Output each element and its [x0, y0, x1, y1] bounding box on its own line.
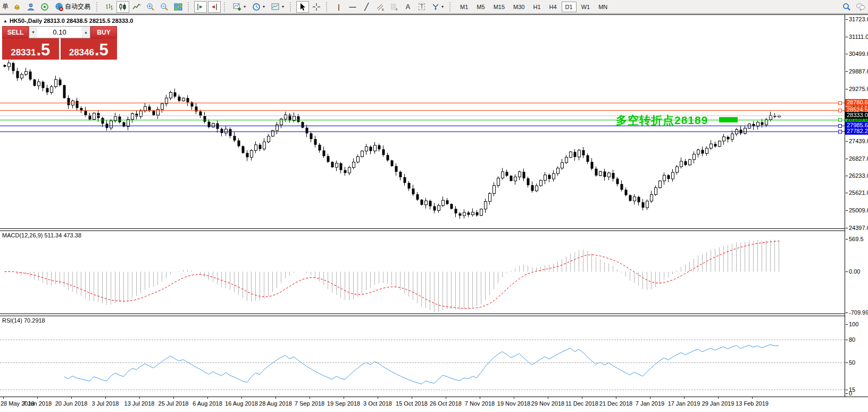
- candlestick-canvas[interactable]: [0, 15, 845, 228]
- time-axis-label: 20 Jun 2018: [55, 400, 88, 407]
- time-axis-label: 26 Oct 2018: [430, 400, 462, 407]
- collapse-triangle-icon[interactable]: ▲: [3, 19, 7, 23]
- line-handle[interactable]: [838, 130, 842, 134]
- volume-input[interactable]: [37, 27, 82, 38]
- signals-icon[interactable]: [38, 1, 51, 13]
- volume-down-button[interactable]: ▼: [29, 27, 37, 38]
- tab-timeframe-m5[interactable]: M5: [473, 2, 488, 12]
- tab-timeframe-h4[interactable]: H4: [546, 2, 561, 12]
- main-price-pane[interactable]: ▲HK50-,Daily 28313.0 28438.5 28215.5 283…: [0, 15, 845, 228]
- vertical-line-tool-icon[interactable]: |: [332, 1, 345, 13]
- time-axis-tick: [37, 397, 38, 399]
- price-axis[interactable]: 31723.031111.030499.029887.029275.028663…: [845, 15, 868, 397]
- rsi-canvas[interactable]: [0, 316, 845, 397]
- chart-title: ▲HK50-,Daily 28313.0 28438.5 28215.5 283…: [3, 18, 133, 24]
- pivot-annotation-text[interactable]: 多空转折点28189: [616, 113, 708, 128]
- tab-timeframe-mn[interactable]: MN: [595, 2, 611, 12]
- time-axis-label: 7 Sep 2018: [295, 400, 324, 407]
- horizontal-level-line[interactable]: [0, 120, 845, 120]
- price-tick: 25009.0: [849, 207, 868, 213]
- text-tool-icon[interactable]: A: [402, 1, 414, 13]
- sell-price-base: 28331: [11, 48, 36, 57]
- trendline-tool-icon[interactable]: ╱: [360, 1, 373, 13]
- time-axis-label: 7 Jan 2019: [636, 400, 664, 407]
- buy-button[interactable]: BUY: [90, 26, 117, 38]
- tab-timeframe-m30[interactable]: M30: [510, 2, 528, 12]
- tab-timeframe-h1[interactable]: H1: [529, 2, 544, 12]
- indicators-button[interactable]: ▾: [230, 1, 248, 13]
- line-handle[interactable]: [838, 101, 842, 105]
- arrows-tool-icon[interactable]: ▾: [429, 1, 446, 13]
- tab-timeframe-m1[interactable]: M1: [456, 2, 472, 12]
- toolbar-grip: [224, 2, 227, 12]
- horizontal-level-line[interactable]: [0, 131, 845, 132]
- time-axis-tick: [310, 397, 310, 399]
- line-handle[interactable]: [838, 124, 842, 128]
- zoom-in-icon[interactable]: [144, 1, 157, 13]
- price-tag: 28780.6: [845, 99, 868, 106]
- time-axis-tick: [241, 397, 242, 399]
- chart-shift-icon[interactable]: [194, 1, 207, 13]
- chevron-down-icon: ▾: [244, 4, 246, 9]
- tab-timeframe-m15[interactable]: M15: [490, 2, 508, 12]
- line-handle[interactable]: [838, 109, 842, 112]
- rsi-pane[interactable]: RSI(14) 70.2918: [0, 316, 845, 397]
- periods-button[interactable]: ▾: [249, 1, 268, 13]
- line-handle[interactable]: [838, 118, 842, 122]
- cursor-icon[interactable]: [296, 1, 309, 13]
- ohlc-low: 28215.5: [89, 18, 111, 24]
- bar-chart-icon[interactable]: [103, 1, 115, 13]
- buy-price-button[interactable]: 28346 .5: [61, 38, 118, 60]
- chevron-down-icon: ▾: [263, 4, 265, 9]
- time-axis-label: 29 Jan 2019: [702, 400, 735, 407]
- price-tick: 0: [849, 390, 852, 397]
- profile-icon[interactable]: [24, 1, 37, 13]
- rsi-value: 70.2918: [24, 317, 45, 324]
- time-axis-tick: [616, 397, 616, 399]
- rsi-level-line-15: [0, 390, 845, 390]
- auto-scroll-icon[interactable]: [208, 1, 221, 13]
- time-axis-label: 3 Oct 2018: [363, 400, 392, 407]
- macd-pane[interactable]: MACD(12,26,9) 511.34 473.38: [0, 230, 845, 314]
- macd-value-1: 511.34: [44, 232, 62, 238]
- chevron-down-icon: ▾: [282, 4, 284, 9]
- horizontal-level-line[interactable]: [0, 103, 845, 103]
- crosshair-icon[interactable]: [310, 1, 323, 13]
- tab-timeframe-d1[interactable]: D1: [562, 2, 577, 12]
- time-axis-tick: [718, 397, 719, 399]
- tile-windows-icon[interactable]: [172, 1, 185, 13]
- horizontal-level-line[interactable]: [0, 110, 845, 111]
- chat-icon[interactable]: [854, 1, 867, 13]
- candlestick-chart-icon[interactable]: [116, 1, 129, 13]
- toolbar-grip: [188, 2, 191, 12]
- chevron-down-icon: ▾: [441, 4, 444, 9]
- time-axis[interactable]: 28 May 20187 Jun 201820 Jun 20183 Jul 20…: [0, 397, 868, 412]
- time-axis-tick: [514, 397, 514, 399]
- macd-canvas[interactable]: [0, 230, 845, 314]
- new-order-button[interactable]: 单: [1, 2, 10, 11]
- volume-up-button[interactable]: ▲: [82, 27, 90, 38]
- toolbar-grip: [449, 2, 453, 12]
- zoom-out-icon[interactable]: [158, 1, 171, 13]
- time-axis-label: 7 Jun 2018: [23, 400, 52, 407]
- sell-button[interactable]: SELL: [2, 26, 29, 38]
- text-label-tool-icon[interactable]: T: [415, 1, 428, 13]
- templates-button[interactable]: ▾: [269, 1, 287, 13]
- autotrade-button[interactable]: 自动交易: [52, 1, 93, 13]
- market-watch-icon[interactable]: [11, 1, 23, 13]
- tab-timeframe-w1[interactable]: W1: [578, 2, 594, 12]
- pivot-annotation-rectangle[interactable]: [719, 117, 738, 122]
- time-axis-tick: [71, 397, 72, 399]
- horizontal-level-line[interactable]: [0, 126, 845, 126]
- search-icon[interactable]: [840, 1, 853, 13]
- sell-price-button[interactable]: 28331 .5: [2, 38, 59, 60]
- buy-price-big: .5: [95, 42, 108, 58]
- horizontal-line-tool-icon[interactable]: —: [346, 1, 359, 13]
- time-axis-tick: [3, 397, 4, 399]
- time-axis-tick: [378, 397, 378, 399]
- line-chart-icon[interactable]: [130, 1, 143, 13]
- channel-tool-icon[interactable]: E: [374, 1, 387, 13]
- time-axis-tick: [412, 397, 412, 399]
- ohlc-high: 28438.5: [66, 18, 88, 24]
- fibonacci-tool-icon[interactable]: F: [388, 1, 400, 13]
